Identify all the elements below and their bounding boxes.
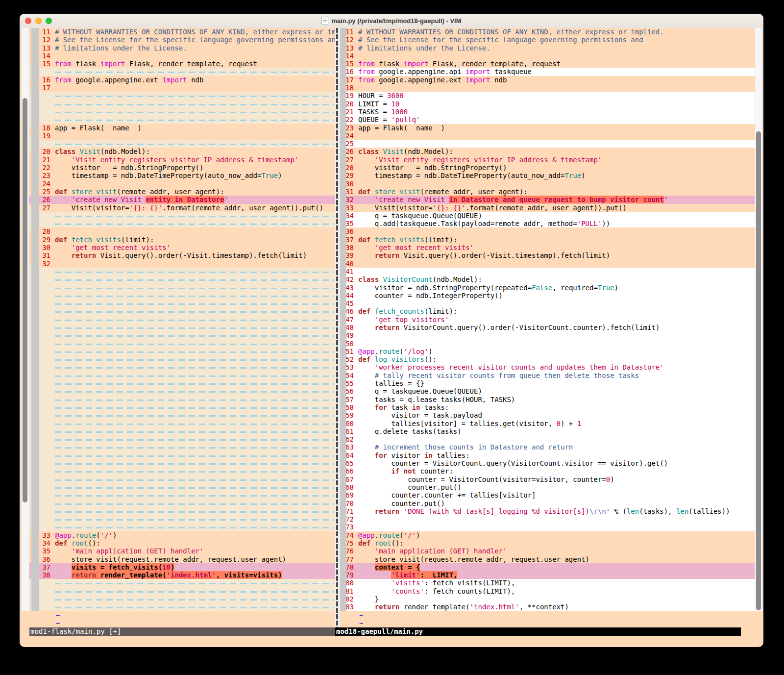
- code-line: 42class VisitorCount(ndb.Model):: [340, 275, 755, 283]
- code-line: 11# WITHOUT WARRANTIES OR CONDITIONS OF …: [340, 28, 755, 36]
- code-line: 17: [29, 84, 335, 92]
- fold-column-left: [31, 28, 39, 611]
- vertical-split-divider[interactable]: [335, 28, 340, 627]
- code-line: 31 return Visit.query().order(-Visit.tim…: [29, 251, 335, 259]
- diff-pane-left[interactable]: 11# WITHOUT WARRANTIES OR CONDITIONS OF …: [29, 28, 335, 627]
- code-line: 56 q = taskqueue.Queue(QUEUE): [340, 387, 755, 395]
- code-line: 23app = Flask(__name__): [340, 124, 755, 132]
- left-scrollbar-thumb[interactable]: [23, 98, 27, 502]
- diff-filler-line: [29, 116, 335, 124]
- code-line: 12# See the License for the specific lan…: [29, 36, 335, 44]
- diff-pane-right[interactable]: 11# WITHOUT WARRANTIES OR CONDITIONS OF …: [340, 28, 755, 627]
- diff-filler-line: [29, 435, 335, 443]
- diff-filler-line: [29, 420, 335, 427]
- code-line: 74@app.route('/'): [340, 531, 755, 539]
- empty-buffer-line: ~: [29, 611, 335, 619]
- minimize-button[interactable]: [35, 18, 42, 24]
- code-line: 11# WITHOUT WARRANTIES OR CONDITIONS OF …: [29, 28, 335, 36]
- code-line: 20class Visit(ndb.Model):: [29, 148, 335, 155]
- code-line: 52def log_visitors():: [340, 355, 755, 363]
- code-line: 57 tasks = q.lease_tasks(HOUR, TASKS): [340, 396, 755, 403]
- diff-filler-line: [29, 348, 335, 355]
- code-line: 83 return render_template('index.html', …: [340, 603, 755, 611]
- window-title-text: main.py (/private/tmp/mod18-gaepull) - V…: [331, 17, 461, 25]
- diff-filler-line: [29, 411, 335, 419]
- code-line: 25def store_visit(remote_addr, user_agen…: [29, 188, 335, 196]
- empty-buffer-line: ~: [29, 619, 335, 627]
- diff-filler-line: [29, 340, 335, 348]
- code-line: 14: [340, 52, 755, 60]
- code-line: 61 q.delete_tasks(tasks): [340, 427, 755, 435]
- code-line: 76 'main application (GET) handler': [340, 547, 755, 555]
- code-line: 19: [29, 132, 335, 140]
- empty-buffer-line: ~: [340, 619, 755, 627]
- macos-titlebar[interactable]: main.py (/private/tmp/mod18-gaepull) - V…: [20, 14, 763, 28]
- window-title: main.py (/private/tmp/mod18-gaepull) - V…: [321, 17, 461, 25]
- diff-filler-line: [29, 379, 335, 387]
- code-line: 36: [340, 227, 755, 235]
- right-scrollbar-thumb[interactable]: [756, 131, 761, 610]
- code-line: 35 'main application (GET) handler': [29, 547, 335, 555]
- code-line: 46def fetch_counts(limit):: [340, 307, 755, 315]
- code-line: 12# See the License for the specific lan…: [340, 36, 755, 44]
- diff-filler-line: [29, 523, 335, 531]
- diff-filler-line: [29, 467, 335, 475]
- code-line: 20LIMIT = 10: [340, 100, 755, 108]
- diff-filler-line: [29, 483, 335, 491]
- code-line: 35 q.add(taskqueue.Task(payload=remote_a…: [340, 220, 755, 227]
- diff-filler-line: [29, 396, 335, 403]
- diff-filler-line: [29, 459, 335, 467]
- code-line: 15from flask import Flask, render_templa…: [29, 60, 335, 68]
- diff-filler-line: [29, 443, 335, 451]
- code-line: 75def root():: [340, 539, 755, 547]
- diff-filler-line: [29, 140, 335, 148]
- code-line: 33 Visit(visitor='{}: {}'.format(remote_…: [340, 204, 755, 212]
- diff-filler-line: [29, 579, 335, 587]
- code-line: 73: [340, 523, 755, 531]
- code-line: 13# limitations under the License.: [340, 44, 755, 52]
- code-line: 21TASKS = 1000: [340, 108, 755, 116]
- diff-filler-line: [29, 68, 335, 75]
- vim-window: main.py (/private/tmp/mod18-gaepull) - V…: [20, 14, 763, 647]
- code-line: 32 'create new Visit in Datastore and qu…: [340, 196, 755, 203]
- code-line: 41: [340, 268, 755, 275]
- code-line: 16from google.appengine.api import taskq…: [340, 68, 755, 75]
- diff-filler-line: [29, 507, 335, 515]
- diff-filler-line: [29, 451, 335, 459]
- code-line: 34def root():: [29, 539, 335, 547]
- statusline-left: mod1-flask/main.py [+]: [29, 627, 335, 636]
- diff-filler-line: [29, 500, 335, 507]
- diff-filler-line: [29, 212, 335, 220]
- code-line: 48 return VisitorCount.query().order(-Vi…: [340, 324, 755, 331]
- code-line: 23 timestamp = ndb.DateTimeProperty(auto…: [29, 172, 335, 179]
- code-line: 55 tallies = {}: [340, 379, 755, 387]
- code-line: 78 context = {: [340, 563, 755, 571]
- diff-filler-line: [29, 475, 335, 483]
- diff-filler-line: [29, 316, 335, 324]
- code-line: 22 visitor = ndb.StringProperty(): [29, 164, 335, 172]
- diff-filler-line: [29, 603, 335, 611]
- code-line: 43 visitor = ndb.StringProperty(repeated…: [340, 284, 755, 292]
- diff-filler-line: [29, 363, 335, 371]
- code-line: 29def fetch_visits(limit):: [29, 236, 335, 244]
- zoom-button[interactable]: [46, 18, 52, 24]
- code-line: 79 'limit': LIMIT,: [340, 571, 755, 579]
- diff-filler-line: [29, 515, 335, 523]
- code-line: 68 counter.put(): [340, 483, 755, 491]
- diff-filler-line: [29, 387, 335, 395]
- code-line: 67 counter = VisitorCount(visitor=visito…: [340, 475, 755, 483]
- code-line: 27 Visit(visitor='{}: {}'.format(remote_…: [29, 204, 335, 212]
- diff-filler-line: [29, 355, 335, 363]
- code-line: 25: [340, 140, 755, 148]
- diff-filler-line: [29, 100, 335, 108]
- code-line: 38 return render_template('index.html', …: [29, 571, 335, 579]
- diff-filler-line: [29, 324, 335, 331]
- code-line: 77 store_visit(request.remote_addr, requ…: [340, 555, 755, 563]
- code-line: 26class Visit(ndb.Model):: [340, 148, 755, 155]
- diff-filler-line: [29, 331, 335, 339]
- close-button[interactable]: [25, 18, 31, 24]
- code-line: 47 'get top visitors': [340, 316, 755, 324]
- code-line: 28: [29, 227, 335, 235]
- code-line: 72: [340, 515, 755, 523]
- code-line: 80 'visits': fetch_visits(LIMIT),: [340, 579, 755, 587]
